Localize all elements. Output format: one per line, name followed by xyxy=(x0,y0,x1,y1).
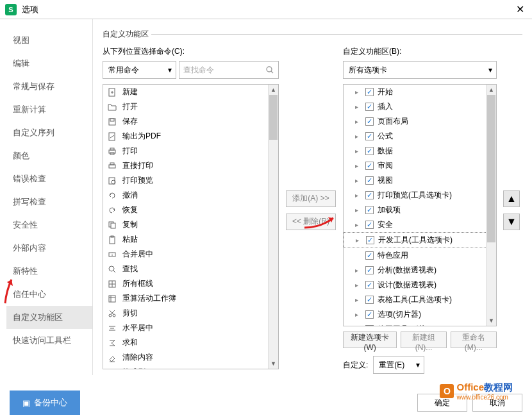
sidebar-item[interactable]: 视图 xyxy=(6,29,92,52)
chevron-right-icon[interactable]: ▸ xyxy=(355,177,363,184)
tab-tree-item[interactable]: ▸✓公式 xyxy=(344,129,496,144)
chevron-right-icon[interactable]: ▸ xyxy=(355,147,363,155)
checkbox[interactable]: ✓ xyxy=(365,325,374,326)
checkbox[interactable]: ✓ xyxy=(365,162,374,170)
checkbox[interactable]: ✓ xyxy=(365,147,374,155)
command-item[interactable]: 打印 xyxy=(103,144,278,158)
checkbox[interactable]: ✓ xyxy=(365,191,374,199)
tab-tree-item[interactable]: ▸✓安全 xyxy=(344,217,496,232)
checkbox[interactable]: ✓ xyxy=(365,266,374,274)
sidebar-item[interactable]: 拼写检查 xyxy=(6,190,92,214)
checkbox[interactable]: ✓ xyxy=(365,206,374,214)
chevron-right-icon[interactable]: ▸ xyxy=(355,133,363,140)
tab-tree-item[interactable]: ▸✓选项(切片器) xyxy=(344,307,496,322)
add-button[interactable]: 添加(A) >> xyxy=(286,190,336,207)
commands-listbox[interactable]: 新建打开保存输出为PDF打印直接打印打印预览撤消▸恢复复制粘贴▸合并居中▸查找所… xyxy=(103,84,279,369)
sidebar-item[interactable]: 编辑 xyxy=(6,52,92,75)
command-item[interactable]: 打开 xyxy=(103,99,278,114)
scroll-up-icon[interactable]: ▲ xyxy=(486,85,496,95)
tab-tree-item[interactable]: ▸✓绘图工具(形状) xyxy=(344,322,496,326)
scrollbar[interactable]: ▲ ▼ xyxy=(486,85,496,326)
sidebar-item[interactable]: 常规与保存 xyxy=(6,75,92,98)
chevron-right-icon[interactable]: ▸ xyxy=(355,206,363,214)
scrollbar-thumb[interactable] xyxy=(487,95,495,242)
checkbox[interactable]: ✓ xyxy=(365,221,374,229)
tab-tree-item[interactable]: ▸✓插入 xyxy=(344,99,496,114)
chevron-right-icon[interactable]: ▸ xyxy=(355,326,363,326)
tab-tree-item[interactable]: ▸✓打印预览(工具选项卡) xyxy=(344,188,496,203)
tab-tree-item[interactable]: ▸✓页面布局 xyxy=(344,114,496,129)
checkbox[interactable]: ✓ xyxy=(365,103,374,111)
tab-tree-item[interactable]: ▸✓数据 xyxy=(344,144,496,158)
search-input[interactable]: 查找命令 xyxy=(179,61,279,79)
tab-tree-item[interactable]: ▸✓开始 xyxy=(344,85,496,99)
sidebar-item[interactable]: 新特性 xyxy=(6,260,92,283)
scrollbar[interactable]: ▲ ▼ xyxy=(268,85,278,369)
chevron-right-icon[interactable]: ▸ xyxy=(355,296,363,303)
command-item[interactable]: 重算活动工作簿 xyxy=(103,291,278,306)
commands-dropdown[interactable]: 常用命令 ▾ xyxy=(103,61,176,79)
move-down-button[interactable]: ▼ xyxy=(503,214,520,230)
chevron-right-icon[interactable]: ▸ xyxy=(355,267,363,274)
backup-center-button[interactable]: ▣ 备份中心 xyxy=(10,391,80,415)
checkbox[interactable]: ✓ xyxy=(365,296,374,304)
tabs-dropdown[interactable]: 所有选项卡 ▾ xyxy=(343,61,497,79)
command-item[interactable]: 所有框线▸ xyxy=(103,276,278,291)
command-item[interactable]: 格式刷 xyxy=(103,365,278,369)
command-item[interactable]: 直接打印 xyxy=(103,158,278,173)
command-item[interactable]: 查找 xyxy=(103,262,278,276)
sidebar-item[interactable]: 重新计算 xyxy=(6,98,92,121)
rename-button[interactable]: 重命名(M)... xyxy=(451,332,497,348)
remove-button[interactable]: << 删除(R) xyxy=(286,214,336,230)
tabs-listbox[interactable]: ▸✓开始▸✓插入▸✓页面布局▸✓公式▸✓数据▸✓审阅▸✓视图▸✓打印预览(工具选… xyxy=(343,84,497,326)
new-tab-button[interactable]: 新建选项卡(W) xyxy=(343,332,397,348)
sidebar-item[interactable]: 自定义序列 xyxy=(6,121,92,144)
tab-tree-item[interactable]: ✓特色应用 xyxy=(344,248,496,263)
chevron-right-icon[interactable]: ▸ xyxy=(355,88,363,96)
command-item[interactable]: 恢复 xyxy=(103,203,278,217)
scrollbar-thumb[interactable] xyxy=(269,95,278,140)
sidebar-item[interactable]: 安全性 xyxy=(6,214,92,237)
tab-tree-item[interactable]: ▸✓审阅 xyxy=(344,158,496,173)
checkbox[interactable]: ✓ xyxy=(365,281,374,289)
checkbox[interactable]: ✓ xyxy=(365,132,374,140)
checkbox[interactable]: ✓ xyxy=(366,236,374,244)
chevron-right-icon[interactable]: ▸ xyxy=(355,162,363,169)
chevron-right-icon[interactable]: ▸ xyxy=(355,118,363,125)
tab-tree-item[interactable]: ▸✓开发工具(工具选项卡) xyxy=(344,232,496,248)
command-item[interactable]: 剪切 xyxy=(103,306,278,321)
command-item[interactable]: 打印预览 xyxy=(103,173,278,188)
chevron-right-icon[interactable]: ▸ xyxy=(355,103,363,110)
command-item[interactable]: 撤消▸ xyxy=(103,188,278,203)
move-up-button[interactable]: ▲ xyxy=(503,190,520,207)
close-icon[interactable]: ✕ xyxy=(513,3,527,15)
command-item[interactable]: 保存 xyxy=(103,114,278,129)
scroll-up-icon[interactable]: ▲ xyxy=(269,85,278,95)
sidebar-item[interactable]: 颜色 xyxy=(6,144,92,167)
sidebar-item[interactable]: 自定义功能区 xyxy=(6,306,92,329)
sidebar-item[interactable]: 快速访问工具栏 xyxy=(6,329,92,352)
tab-tree-item[interactable]: ▸✓分析(数据透视表) xyxy=(344,263,496,278)
checkbox[interactable]: ✓ xyxy=(365,251,374,260)
chevron-right-icon[interactable]: ▸ xyxy=(355,221,363,228)
sidebar-item[interactable]: 信任中心 xyxy=(6,283,92,306)
command-item[interactable]: 新建 xyxy=(103,85,278,99)
sidebar-item[interactable]: 错误检查 xyxy=(6,167,92,190)
checkbox[interactable]: ✓ xyxy=(365,88,374,96)
command-item[interactable]: 水平居中 xyxy=(103,321,278,335)
command-item[interactable]: 输出为PDF xyxy=(103,129,278,144)
checkbox[interactable]: ✓ xyxy=(365,310,374,319)
command-item[interactable]: 复制 xyxy=(103,217,278,232)
tab-tree-item[interactable]: ▸✓表格工具(工具选项卡) xyxy=(344,292,496,307)
chevron-right-icon[interactable]: ▸ xyxy=(356,237,363,244)
scroll-down-icon[interactable]: ▼ xyxy=(269,358,278,369)
new-group-button[interactable]: 新建组(N)... xyxy=(401,332,446,348)
chevron-right-icon[interactable]: ▸ xyxy=(355,192,363,199)
tab-tree-item[interactable]: ▸✓加载项 xyxy=(344,203,496,217)
command-item[interactable]: 粘贴▸ xyxy=(103,232,278,247)
checkbox[interactable]: ✓ xyxy=(365,117,374,126)
chevron-right-icon[interactable]: ▸ xyxy=(355,281,363,289)
chevron-right-icon[interactable]: ▸ xyxy=(355,311,363,318)
tab-tree-item[interactable]: ▸✓设计(数据透视表) xyxy=(344,278,496,292)
command-item[interactable]: 求和 xyxy=(103,335,278,350)
